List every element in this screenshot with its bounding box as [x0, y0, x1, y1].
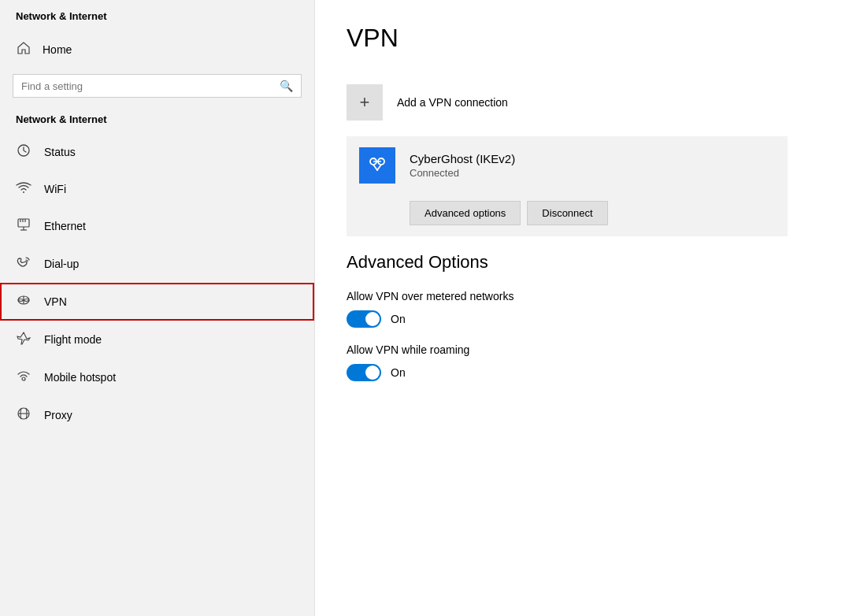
toggle-metered-networks[interactable]	[347, 310, 381, 328]
section-label: Network & Internet	[0, 109, 314, 133]
svg-rect-1	[18, 219, 29, 227]
option-roaming-label: Allow VPN while roaming	[347, 343, 817, 356]
disconnect-button[interactable]: Disconnect	[527, 201, 607, 225]
advanced-options-title: Advanced Options	[347, 252, 817, 273]
vpn-name: CyberGhost (IKEv2)	[410, 152, 515, 165]
home-label: Home	[43, 43, 72, 56]
dialup-icon	[16, 255, 32, 273]
sidebar-item-flightmode-label: Flight mode	[44, 333, 102, 346]
vpn-info: CyberGhost (IKEv2) Connected	[410, 152, 515, 179]
sidebar-item-mobilehotspot[interactable]: Mobile hotspot	[0, 358, 314, 396]
toggle-roaming[interactable]	[347, 364, 381, 381]
vpn-logo	[359, 147, 395, 184]
sidebar-item-home[interactable]: Home	[0, 30, 314, 69]
sidebar-section-title: Network & Internet	[16, 10, 107, 22]
option-metered-networks: Allow VPN over metered networks On	[347, 290, 817, 328]
advanced-options-button[interactable]: Advanced options	[410, 201, 521, 225]
option-roaming: Allow VPN while roaming On	[347, 343, 817, 381]
svg-line-14	[373, 165, 377, 170]
toggle-roaming-state: On	[391, 366, 406, 379]
sidebar-item-flightmode[interactable]: Flight mode	[0, 321, 314, 358]
vpn-status: Connected	[410, 167, 515, 179]
vpn-card-top: CyberGhost (IKEv2) Connected	[347, 136, 788, 195]
sidebar-item-dialup[interactable]: Dial-up	[0, 245, 314, 283]
toggle-row-metered: On	[347, 310, 817, 328]
vpn-actions: Advanced options Disconnect	[347, 195, 788, 236]
page-title: VPN	[347, 24, 817, 53]
sidebar-item-wifi-label: WiFi	[44, 183, 66, 195]
flightmode-icon	[16, 331, 32, 348]
sidebar-item-vpn[interactable]: VPN	[0, 283, 314, 321]
toggle-metered-state: On	[391, 313, 406, 325]
status-icon	[16, 143, 32, 161]
search-icon: 🔍	[280, 80, 293, 92]
sidebar-item-vpn-label: VPN	[44, 295, 67, 308]
ethernet-icon	[16, 217, 32, 235]
sidebar-item-mobilehotspot-label: Mobile hotspot	[44, 371, 116, 384]
option-metered-label: Allow VPN over metered networks	[347, 290, 817, 302]
vpn-card: CyberGhost (IKEv2) Connected Advanced op…	[347, 136, 788, 236]
sidebar-item-ethernet[interactable]: Ethernet	[0, 207, 314, 245]
add-icon: +	[347, 84, 383, 121]
search-box[interactable]: 🔍	[13, 74, 302, 98]
svg-line-15	[377, 165, 381, 170]
sidebar-item-wifi[interactable]: WiFi	[0, 171, 314, 207]
svg-point-9	[22, 377, 25, 380]
search-input[interactable]	[21, 80, 273, 92]
sidebar-item-status[interactable]: Status	[0, 133, 314, 171]
main-content: VPN + Add a VPN connection CyberGhost (I…	[315, 0, 849, 616]
proxy-icon	[16, 406, 32, 424]
vpn-icon	[16, 293, 32, 310]
sidebar-item-ethernet-label: Ethernet	[44, 220, 86, 232]
sidebar-item-proxy-label: Proxy	[44, 409, 72, 421]
sidebar: Network & Internet Home 🔍 Network & Inte…	[0, 0, 315, 616]
add-vpn-label: Add a VPN connection	[397, 96, 508, 109]
wifi-icon	[16, 181, 32, 197]
hotspot-icon	[16, 369, 32, 386]
home-icon	[16, 41, 32, 58]
toggle-row-roaming: On	[347, 364, 817, 381]
add-vpn-button[interactable]: + Add a VPN connection	[347, 75, 817, 130]
sidebar-item-dialup-label: Dial-up	[44, 258, 79, 270]
sidebar-item-status-label: Status	[44, 146, 76, 158]
sidebar-title-area: Network & Internet	[0, 0, 314, 30]
sidebar-item-proxy[interactable]: Proxy	[0, 396, 314, 434]
